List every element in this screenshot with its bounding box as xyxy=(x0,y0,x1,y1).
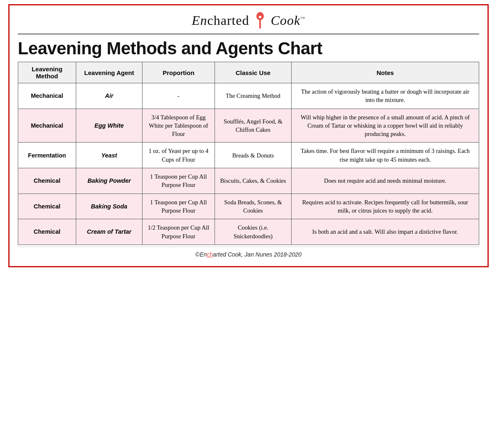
svg-point-2 xyxy=(259,16,261,18)
leavening-chart-table: Leavening Method Leavening Agent Proport… xyxy=(18,62,479,245)
header-proportion: Proportion xyxy=(142,62,215,83)
cell-proportion-3: 1 Teaspoon per Cup All Purpose Flour xyxy=(142,168,215,194)
logo-area: Encharted Cook™ xyxy=(18,10,479,34)
cell-notes-1: Will whip higher in the presence of a sm… xyxy=(292,109,479,143)
logo-tm: ™ xyxy=(300,16,305,21)
cell-method-2: Fermentation xyxy=(18,143,76,168)
cell-notes-0: The action of vigorously beating a batte… xyxy=(292,83,479,109)
main-title: Leavening Methods and Agents Chart xyxy=(18,34,479,62)
table-row: ChemicalBaking Powder1 Teaspoon per Cup … xyxy=(18,168,479,194)
cell-method-0: Mechanical xyxy=(18,83,76,109)
table-row: MechanicalAir-The Creaming MethodThe act… xyxy=(18,83,479,109)
cell-method-4: Chemical xyxy=(18,194,76,219)
cell-agent-0: Air xyxy=(76,83,142,109)
cell-agent-2: Yeast xyxy=(76,143,142,168)
cell-agent-4: Baking Soda xyxy=(76,194,142,219)
cell-use-1: Soufflés, Angel Food, & Chiffon Cakes xyxy=(215,109,292,143)
cell-notes-5: Is both an acid and a salt. Will also im… xyxy=(292,219,479,245)
cell-proportion-2: 1 oz. of Yeast per up to 4 Cups of Flour xyxy=(142,143,215,168)
cell-method-3: Chemical xyxy=(18,168,76,194)
logo-spoon-icon xyxy=(254,12,266,32)
footer-brand-art: arted Cook, Jan Nunes 2018-2020 xyxy=(213,251,302,258)
table-row: ChemicalCream of Tartar1/2 Teaspoon per … xyxy=(18,219,479,245)
cell-method-5: Chemical xyxy=(18,219,76,245)
cell-proportion-1: 3/4 Tablespoon of Egg White per Tablespo… xyxy=(142,109,215,143)
page-wrapper: Encharted Cook™ Leavening Methods and Ag… xyxy=(8,4,489,267)
cell-method-1: Mechanical xyxy=(18,109,76,143)
cell-agent-3: Baking Powder xyxy=(76,168,142,194)
cell-notes-4: Requires acid to activate. Recipes frequ… xyxy=(292,194,479,219)
cell-proportion-4: 1 Teaspoon per Cup All Purpose Flour xyxy=(142,194,215,219)
logo-cook: Cook xyxy=(271,13,301,28)
footer-brand-en: En xyxy=(200,251,207,258)
cell-use-4: Soda Breads, Scones, & Cookies xyxy=(215,194,292,219)
cell-proportion-0: - xyxy=(142,83,215,109)
cell-use-3: Biscuits, Cakes, & Cookies xyxy=(215,168,292,194)
cell-proportion-5: 1/2 Teaspoon per Cup All Purpose Flour xyxy=(142,219,215,245)
logo-text: Encharted Cook™ xyxy=(192,13,305,28)
table-header-row: Leavening Method Leavening Agent Proport… xyxy=(18,62,479,83)
table-row: ChemicalBaking Soda1 Teaspoon per Cup Al… xyxy=(18,194,479,219)
table-row: FermentationYeast1 oz. of Yeast per up t… xyxy=(18,143,479,168)
header-use: Classic Use xyxy=(215,62,292,83)
footer-copyright: ©Encharted Cook, Jan Nunes 2018-2020 xyxy=(195,251,302,258)
cell-use-2: Breads & Donuts xyxy=(215,143,292,168)
header-notes: Notes xyxy=(292,62,479,83)
footer: ©Encharted Cook, Jan Nunes 2018-2020 xyxy=(18,247,479,259)
cell-use-0: The Creaming Method xyxy=(215,83,292,109)
table-row: MechanicalEgg White3/4 Tablespoon of Egg… xyxy=(18,109,479,143)
cell-use-5: Cookies (i.e. Snickerdoodles) xyxy=(215,219,292,245)
cell-agent-1: Egg White xyxy=(76,109,142,143)
footer-brand-ch: ch xyxy=(207,251,213,258)
svg-rect-1 xyxy=(259,19,261,29)
header-agent: Leavening Agent xyxy=(76,62,142,83)
logo-charted: charted xyxy=(207,13,249,28)
cell-notes-2: Takes time. For best flavor will require… xyxy=(292,143,479,168)
logo-en: En xyxy=(192,13,207,28)
cell-notes-3: Does not require acid and needs minimal … xyxy=(292,168,479,194)
cell-agent-5: Cream of Tartar xyxy=(76,219,142,245)
header-method: Leavening Method xyxy=(18,62,76,83)
